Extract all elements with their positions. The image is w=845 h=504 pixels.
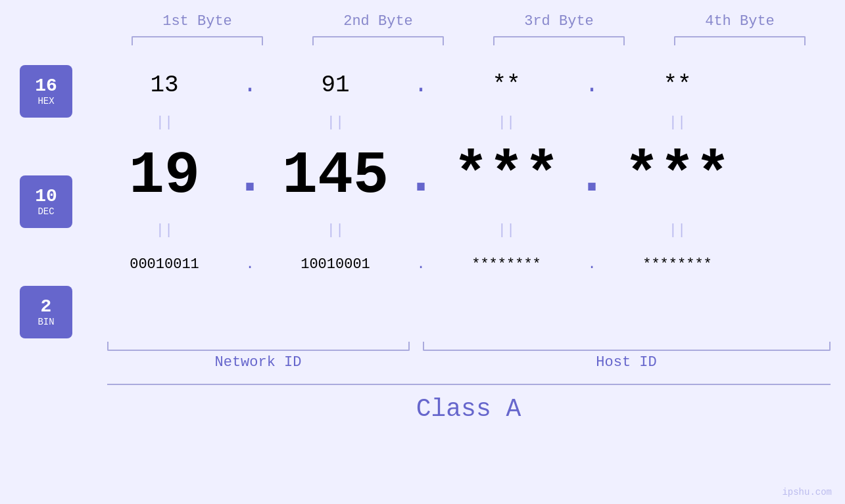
dec-b4-value: *** (624, 147, 731, 206)
badge-column: 16 HEX 10 DEC 2 BIN (0, 58, 92, 338)
hex-b3-value: ** (492, 72, 520, 99)
hex-b3-cell: ** (434, 72, 579, 99)
bin-b3-cell: ******** (434, 256, 579, 273)
hex-badge-num: 16 (35, 76, 57, 97)
hex-b1-value: 13 (150, 72, 178, 99)
dec-b4-cell: *** (605, 147, 750, 206)
hex-b4-cell: ** (605, 72, 750, 99)
network-id-label: Network ID (107, 354, 410, 371)
dec-b2-cell: 145 (263, 147, 408, 206)
byte1-header: 1st Byte (125, 13, 270, 30)
eq-sep-2: || || || || (92, 219, 815, 241)
byte4-header: 4th Byte (667, 13, 812, 30)
rows-wrapper: 13 . 91 . ** . ** || || (92, 58, 815, 287)
hex-badge-label: HEX (37, 96, 54, 106)
dec-b3-cell: *** (434, 147, 579, 206)
dec-dot3: . (579, 147, 605, 206)
eq2-b2: || (263, 222, 408, 239)
hex-badge: 16 HEX (20, 65, 72, 118)
eq2-b4: || (605, 222, 750, 239)
bracket-byte4 (674, 36, 806, 45)
hex-dot2: . (408, 72, 434, 99)
hex-dot3: . (579, 72, 605, 99)
bin-dot1: . (237, 256, 263, 273)
network-bracket (107, 342, 410, 351)
bracket-gap (410, 342, 423, 351)
byte2-header: 2nd Byte (306, 13, 450, 30)
bracket-byte2 (312, 36, 444, 45)
class-section: Class A (107, 384, 831, 423)
bottom-section: Network ID Host ID (107, 342, 831, 371)
watermark: ipshu.com (782, 487, 832, 497)
hex-dot1: . (237, 72, 263, 99)
bin-row: 00010011 . 10010001 . ******** . *******… (92, 241, 815, 287)
bin-b3-value: ******** (471, 256, 541, 273)
eq1-b1: || (92, 114, 237, 131)
main-area: 16 HEX 10 DEC 2 BIN 13 . 91 (0, 58, 845, 338)
eq1-b2: || (263, 114, 408, 131)
bin-dot3: . (579, 256, 605, 273)
dec-row: 19 . 145 . *** . *** (92, 133, 815, 219)
dec-badge-label: DEC (37, 206, 54, 217)
host-bracket (423, 342, 831, 351)
eq2-b3: || (434, 222, 579, 239)
dec-badge: 10 DEC (20, 175, 72, 228)
dec-badge-num: 10 (35, 187, 57, 207)
dec-b1-value: 19 (129, 147, 200, 206)
hex-b1-cell: 13 (92, 72, 237, 99)
top-brackets (107, 36, 831, 45)
main-container: 1st Byte 2nd Byte 3rd Byte 4th Byte 16 H… (0, 0, 845, 504)
hex-b2-value: 91 (321, 72, 349, 99)
bin-b1-value: 00010011 (130, 256, 199, 273)
eq1-b3: || (434, 114, 579, 131)
bin-b4-cell: ******** (605, 256, 750, 273)
hex-b4-value: ** (663, 72, 691, 99)
hex-b2-cell: 91 (263, 72, 408, 99)
host-id-label: Host ID (423, 354, 831, 371)
eq-sep-1: || || || || (92, 111, 815, 133)
dec-b2-value: 145 (282, 147, 389, 206)
eq2-b1: || (92, 222, 237, 239)
bin-badge: 2 BIN (20, 286, 72, 338)
class-label: Class A (416, 395, 521, 423)
label-gap (410, 354, 423, 371)
bin-badge-num: 2 (41, 297, 52, 317)
eq1-b4: || (605, 114, 750, 131)
bin-b4-value: ******** (642, 256, 712, 273)
hex-row: 13 . 91 . ** . ** (92, 58, 815, 111)
bin-b2-value: 10010001 (301, 256, 370, 273)
bottom-labels: Network ID Host ID (107, 354, 831, 371)
bin-dot2: . (408, 256, 434, 273)
bracket-byte3 (493, 36, 625, 45)
bin-b1-cell: 00010011 (92, 256, 237, 273)
bin-b2-cell: 10010001 (263, 256, 408, 273)
dec-b1-cell: 19 (92, 147, 237, 206)
bracket-byte1 (132, 36, 263, 45)
byte-headers: 1st Byte 2nd Byte 3rd Byte 4th Byte (107, 13, 831, 30)
dec-dot1: . (237, 147, 263, 206)
bin-badge-label: BIN (37, 317, 54, 327)
dec-b3-value: *** (453, 147, 560, 206)
bottom-brackets (107, 342, 831, 351)
dec-dot2: . (408, 147, 434, 206)
byte3-header: 3rd Byte (487, 13, 631, 30)
